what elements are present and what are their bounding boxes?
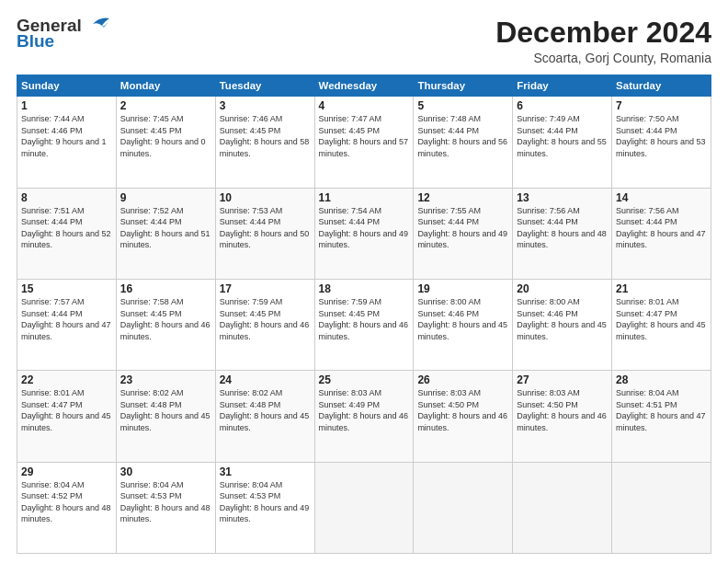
calendar-cell: 28 Sunrise: 8:04 AMSunset: 4:51 PMDaylig… <box>612 371 711 462</box>
calendar-cell: 15 Sunrise: 7:57 AMSunset: 4:44 PMDaylig… <box>17 279 117 370</box>
calendar-week-row: 8 Sunrise: 7:51 AMSunset: 4:44 PMDayligh… <box>17 188 711 279</box>
calendar-cell: 29 Sunrise: 8:04 AMSunset: 4:52 PMDaylig… <box>17 462 117 553</box>
calendar-cell: 14 Sunrise: 7:56 AMSunset: 4:44 PMDaylig… <box>612 188 711 279</box>
calendar-cell: 12 Sunrise: 7:55 AMSunset: 4:44 PMDaylig… <box>414 188 513 279</box>
calendar-week-row: 22 Sunrise: 8:01 AMSunset: 4:47 PMDaylig… <box>17 371 711 462</box>
day-number: 23 <box>120 373 211 386</box>
day-info: Sunrise: 7:53 AMSunset: 4:44 PMDaylight:… <box>220 206 310 250</box>
col-sunday: Sunday <box>17 75 117 97</box>
day-number: 17 <box>220 282 311 295</box>
logo-blue-text: Blue <box>17 32 113 51</box>
main-title: December 2024 <box>495 17 711 49</box>
calendar-week-row: 1 Sunrise: 7:44 AMSunset: 4:46 PMDayligh… <box>17 97 711 188</box>
page: General Blue December 2024 Scoarta, Gorj… <box>0 0 728 563</box>
day-info: Sunrise: 7:47 AMSunset: 4:45 PMDaylight:… <box>319 114 409 158</box>
day-info: Sunrise: 8:03 AMSunset: 4:49 PMDaylight:… <box>319 388 409 432</box>
header: General Blue December 2024 Scoarta, Gorj… <box>17 17 711 65</box>
day-number: 1 <box>21 99 112 112</box>
col-wednesday: Wednesday <box>314 75 414 97</box>
day-number: 11 <box>319 191 410 204</box>
day-number: 12 <box>417 191 508 204</box>
day-number: 22 <box>21 373 112 386</box>
day-info: Sunrise: 8:04 AMSunset: 4:53 PMDaylight:… <box>120 480 210 524</box>
day-number: 26 <box>417 373 508 386</box>
calendar-cell: 9 Sunrise: 7:52 AMSunset: 4:44 PMDayligh… <box>116 188 215 279</box>
day-number: 25 <box>319 373 410 386</box>
day-info: Sunrise: 8:00 AMSunset: 4:46 PMDaylight:… <box>517 297 607 341</box>
title-block: December 2024 Scoarta, Gorj County, Roma… <box>495 17 711 65</box>
calendar-cell: 26 Sunrise: 8:03 AMSunset: 4:50 PMDaylig… <box>414 371 513 462</box>
calendar-week-row: 15 Sunrise: 7:57 AMSunset: 4:44 PMDaylig… <box>17 279 711 370</box>
col-monday: Monday <box>116 75 215 97</box>
day-number: 6 <box>517 99 608 112</box>
calendar-cell: 11 Sunrise: 7:54 AMSunset: 4:44 PMDaylig… <box>314 188 414 279</box>
day-info: Sunrise: 7:56 AMSunset: 4:44 PMDaylight:… <box>517 206 607 250</box>
col-thursday: Thursday <box>414 75 513 97</box>
calendar-cell: 25 Sunrise: 8:03 AMSunset: 4:49 PMDaylig… <box>314 371 414 462</box>
day-info: Sunrise: 8:02 AMSunset: 4:48 PMDaylight:… <box>220 388 310 432</box>
day-info: Sunrise: 7:52 AMSunset: 4:44 PMDaylight:… <box>120 206 210 250</box>
calendar-cell: 4 Sunrise: 7:47 AMSunset: 4:45 PMDayligh… <box>314 97 414 188</box>
day-number: 10 <box>220 191 311 204</box>
day-number: 8 <box>21 191 112 204</box>
day-number: 21 <box>616 282 707 295</box>
day-number: 29 <box>21 465 112 478</box>
calendar-cell <box>414 462 513 553</box>
day-info: Sunrise: 7:58 AMSunset: 4:45 PMDaylight:… <box>120 297 210 341</box>
col-tuesday: Tuesday <box>215 75 314 97</box>
calendar-cell: 17 Sunrise: 7:59 AMSunset: 4:45 PMDaylig… <box>215 279 314 370</box>
calendar-cell: 20 Sunrise: 8:00 AMSunset: 4:46 PMDaylig… <box>513 279 612 370</box>
calendar-cell: 27 Sunrise: 8:03 AMSunset: 4:50 PMDaylig… <box>513 371 612 462</box>
day-info: Sunrise: 8:00 AMSunset: 4:46 PMDaylight:… <box>417 297 507 341</box>
subtitle: Scoarta, Gorj County, Romania <box>495 51 711 65</box>
day-info: Sunrise: 8:04 AMSunset: 4:53 PMDaylight:… <box>220 480 310 524</box>
calendar-cell: 10 Sunrise: 7:53 AMSunset: 4:44 PMDaylig… <box>215 188 314 279</box>
day-info: Sunrise: 8:03 AMSunset: 4:50 PMDaylight:… <box>517 388 607 432</box>
day-number: 28 <box>616 373 707 386</box>
day-info: Sunrise: 8:04 AMSunset: 4:51 PMDaylight:… <box>616 388 706 432</box>
col-saturday: Saturday <box>612 75 711 97</box>
day-info: Sunrise: 7:46 AMSunset: 4:45 PMDaylight:… <box>220 114 310 158</box>
calendar-cell: 31 Sunrise: 8:04 AMSunset: 4:53 PMDaylig… <box>215 462 314 553</box>
day-number: 19 <box>417 282 508 295</box>
calendar-cell: 3 Sunrise: 7:46 AMSunset: 4:45 PMDayligh… <box>215 97 314 188</box>
calendar-header-row: Sunday Monday Tuesday Wednesday Thursday… <box>17 75 711 97</box>
day-number: 30 <box>120 465 211 478</box>
calendar-cell <box>612 462 711 553</box>
day-info: Sunrise: 7:45 AMSunset: 4:45 PMDaylight:… <box>120 114 206 158</box>
day-number: 16 <box>120 282 211 295</box>
calendar-week-row: 29 Sunrise: 8:04 AMSunset: 4:52 PMDaylig… <box>17 462 711 553</box>
day-number: 7 <box>616 99 707 112</box>
calendar-cell: 8 Sunrise: 7:51 AMSunset: 4:44 PMDayligh… <box>17 188 117 279</box>
calendar-cell: 2 Sunrise: 7:45 AMSunset: 4:45 PMDayligh… <box>116 97 215 188</box>
calendar-cell: 16 Sunrise: 7:58 AMSunset: 4:45 PMDaylig… <box>116 279 215 370</box>
calendar-cell: 7 Sunrise: 7:50 AMSunset: 4:44 PMDayligh… <box>612 97 711 188</box>
day-number: 2 <box>120 99 211 112</box>
day-info: Sunrise: 7:59 AMSunset: 4:45 PMDaylight:… <box>319 297 409 341</box>
day-info: Sunrise: 7:51 AMSunset: 4:44 PMDaylight:… <box>21 206 111 250</box>
day-info: Sunrise: 7:50 AMSunset: 4:44 PMDaylight:… <box>616 114 706 158</box>
day-info: Sunrise: 7:55 AMSunset: 4:44 PMDaylight:… <box>417 206 507 250</box>
calendar-cell: 19 Sunrise: 8:00 AMSunset: 4:46 PMDaylig… <box>414 279 513 370</box>
calendar-cell: 22 Sunrise: 8:01 AMSunset: 4:47 PMDaylig… <box>17 371 117 462</box>
calendar-cell: 6 Sunrise: 7:49 AMSunset: 4:44 PMDayligh… <box>513 97 612 188</box>
calendar-cell: 23 Sunrise: 8:02 AMSunset: 4:48 PMDaylig… <box>116 371 215 462</box>
calendar-table: Sunday Monday Tuesday Wednesday Thursday… <box>17 75 711 554</box>
day-number: 14 <box>616 191 707 204</box>
logo: General Blue <box>17 17 113 51</box>
day-number: 5 <box>417 99 508 112</box>
day-number: 13 <box>517 191 608 204</box>
day-info: Sunrise: 8:01 AMSunset: 4:47 PMDaylight:… <box>21 388 111 432</box>
calendar-cell <box>513 462 612 553</box>
calendar-cell: 13 Sunrise: 7:56 AMSunset: 4:44 PMDaylig… <box>513 188 612 279</box>
day-number: 31 <box>220 465 311 478</box>
day-number: 9 <box>120 191 211 204</box>
day-info: Sunrise: 7:49 AMSunset: 4:44 PMDaylight:… <box>517 114 607 158</box>
calendar-cell: 30 Sunrise: 8:04 AMSunset: 4:53 PMDaylig… <box>116 462 215 553</box>
day-info: Sunrise: 8:01 AMSunset: 4:47 PMDaylight:… <box>616 297 706 341</box>
day-number: 15 <box>21 282 112 295</box>
col-friday: Friday <box>513 75 612 97</box>
calendar-cell: 1 Sunrise: 7:44 AMSunset: 4:46 PMDayligh… <box>17 97 117 188</box>
calendar-cell <box>314 462 414 553</box>
day-number: 3 <box>220 99 311 112</box>
